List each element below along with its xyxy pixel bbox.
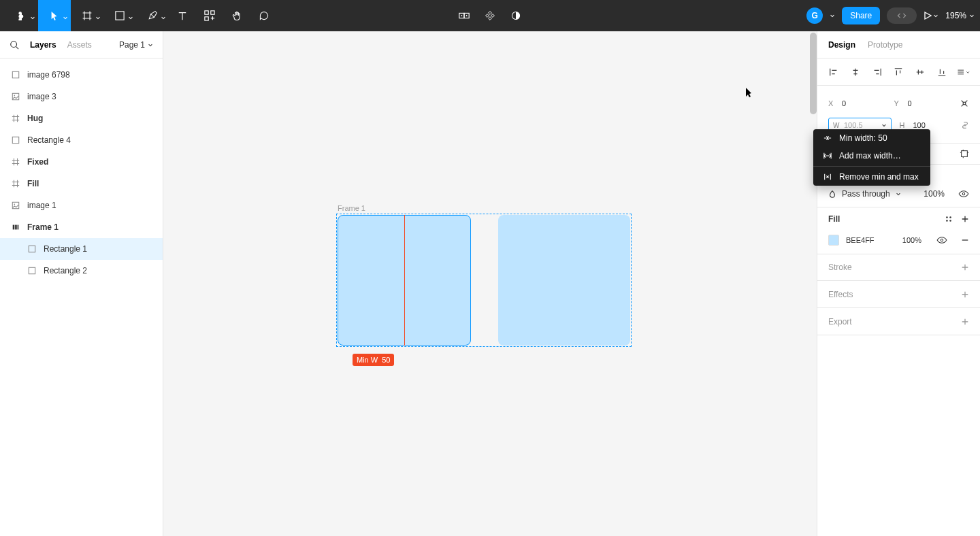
svg-rect-3: [205, 17, 208, 20]
figma-menu-button[interactable]: [5, 0, 38, 31]
present-button[interactable]: [924, 11, 938, 20]
layer-opacity-value[interactable]: 100%: [924, 189, 945, 199]
align-bottom-button[interactable]: [935, 65, 949, 79]
stroke-section-title: Stroke: [828, 263, 852, 272]
layer-row[interactable]: Rectangle 2: [0, 260, 163, 282]
svg-point-9: [11, 41, 17, 47]
align-hcenter-button[interactable]: [849, 65, 862, 79]
add-stroke-button[interactable]: [961, 263, 969, 271]
svg-point-7: [466, 15, 468, 16]
image-icon: [11, 92, 20, 101]
devmode-toggle[interactable]: [887, 7, 917, 24]
mask-icon[interactable]: [482, 7, 498, 24]
clip-content-icon[interactable]: [960, 149, 969, 158]
prototype-tab[interactable]: Prototype: [868, 40, 902, 50]
cursor-icon: [745, 87, 753, 98]
svg-rect-10: [12, 71, 18, 78]
comment-tool-button[interactable]: [250, 0, 278, 31]
remove-fill-button[interactable]: [961, 236, 969, 244]
text-tool-button[interactable]: [169, 0, 196, 31]
blend-mode-value[interactable]: Pass through: [842, 189, 890, 199]
autolayout-icon: [11, 222, 20, 232]
add-export-button[interactable]: [961, 318, 969, 326]
position-section: X 0 Y 0 W 100.5 H 100: [817, 86, 980, 144]
chevron-down-icon: [896, 191, 901, 197]
scrollbar-track: [810, 31, 817, 536]
add-effect-button[interactable]: [961, 290, 969, 299]
fill-hex-value[interactable]: BEE4FF: [846, 236, 875, 244]
absolute-position-icon[interactable]: [960, 99, 969, 108]
layer-row[interactable]: image 3: [0, 86, 163, 107]
frame-tool-button[interactable]: [71, 0, 103, 31]
resources-tool-button[interactable]: [196, 0, 223, 31]
min-width-item[interactable]: Min width: 50: [813, 129, 930, 147]
scrollbar-thumb[interactable]: [810, 33, 817, 114]
search-icon[interactable]: [10, 40, 19, 50]
zoom-control[interactable]: 195%: [945, 11, 975, 20]
effects-section-title: Effects: [828, 290, 853, 299]
add-max-width-item[interactable]: Add max width…: [813, 147, 930, 165]
min-width-badge-label: Min W: [357, 356, 378, 364]
align-vcenter-button[interactable]: [913, 65, 927, 79]
y-value: 0: [908, 99, 912, 107]
rectangle-2[interactable]: [498, 215, 630, 346]
shape-tool-button[interactable]: [103, 0, 136, 31]
boolean-icon[interactable]: [508, 7, 524, 24]
page-selector[interactable]: Page 1: [119, 40, 153, 50]
rect-icon: [27, 266, 37, 275]
frame-label[interactable]: Frame 1: [338, 204, 365, 212]
avatar-chevron-icon[interactable]: [830, 13, 835, 18]
layer-row[interactable]: Fill: [0, 173, 163, 195]
design-tab[interactable]: Design: [828, 40, 855, 50]
layer-row[interactable]: Frame 1: [0, 216, 163, 238]
fill-swatch[interactable]: [828, 235, 839, 246]
image-icon: [11, 201, 20, 210]
width-dropdown-menu: Min width: 50 Add max width… Remove min …: [813, 129, 930, 186]
frame-icon: [11, 114, 20, 123]
remove-min-max-item[interactable]: Remove min and max: [813, 168, 930, 186]
layer-row[interactable]: Rectangle 1: [0, 238, 163, 260]
export-section-title: Export: [828, 317, 852, 326]
canvas[interactable]: Frame 1 Min W 50: [163, 31, 817, 536]
layer-row[interactable]: Hug: [0, 107, 163, 129]
align-top-button[interactable]: [892, 65, 905, 79]
add-max-width-label: Add max width…: [839, 151, 901, 161]
layers-tab[interactable]: Layers: [30, 40, 56, 50]
layer-row[interactable]: Rectangle 4: [0, 129, 163, 151]
move-tool-button[interactable]: [38, 0, 71, 31]
hand-tool-button[interactable]: [223, 0, 250, 31]
rect-icon: [11, 70, 20, 80]
constrain-proportions-icon[interactable]: [961, 120, 969, 130]
w-label: W: [833, 122, 841, 129]
component-icon[interactable]: [456, 7, 472, 24]
svg-rect-2: [211, 11, 214, 14]
layer-row[interactable]: image 6798: [0, 64, 163, 86]
eye-icon[interactable]: [958, 190, 969, 198]
x-field[interactable]: X 0: [828, 99, 886, 107]
pen-tool-button[interactable]: [136, 0, 169, 31]
layer-blend-row: Pass through 100%: [817, 185, 980, 207]
align-right-button[interactable]: [870, 65, 884, 79]
share-button[interactable]: Share: [842, 7, 880, 24]
styles-icon[interactable]: [945, 215, 953, 223]
svg-rect-17: [15, 225, 17, 230]
add-fill-button[interactable]: [961, 215, 969, 223]
align-left-button[interactable]: [827, 65, 840, 79]
svg-point-25: [949, 216, 951, 218]
rect-icon: [11, 135, 20, 145]
svg-rect-13: [12, 137, 18, 143]
h-value: 100: [913, 121, 926, 129]
assets-tab[interactable]: Assets: [67, 40, 92, 50]
y-field[interactable]: Y 0: [894, 99, 952, 107]
layer-row[interactable]: image 1: [0, 195, 163, 216]
tidy-up-button[interactable]: [957, 65, 970, 79]
layer-row[interactable]: Fixed: [0, 151, 163, 173]
fill-opacity-value[interactable]: 100%: [902, 236, 921, 244]
svg-point-26: [946, 220, 948, 222]
main-area: Layers Assets Page 1 image 6798image 3Hu…: [0, 31, 980, 536]
svg-rect-1: [205, 11, 208, 14]
x-label: X: [828, 99, 836, 107]
eye-icon[interactable]: [936, 236, 947, 244]
height-field[interactable]: H 100: [900, 121, 953, 129]
user-avatar[interactable]: G: [806, 7, 823, 24]
